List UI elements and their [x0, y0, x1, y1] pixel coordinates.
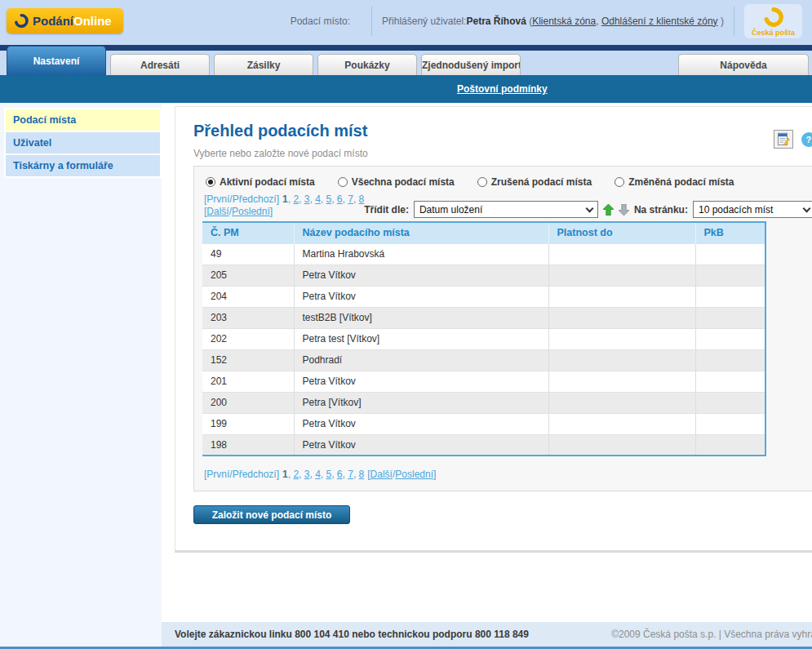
col-header-cpm: Č. PM — [202, 222, 294, 243]
support-phone-text: Volejte zákaznickou linku 800 104 410 ne… — [175, 629, 529, 640]
sidebar-item-uzivatel[interactable]: Uživatel — [6, 132, 160, 153]
table-row[interactable]: 198Petra Vítkov — [202, 434, 765, 456]
sidebar-item-tiskarny[interactable]: Tiskárny a formuláře — [6, 155, 160, 176]
cell-pkb — [695, 307, 765, 328]
postal-horn-icon — [13, 13, 29, 29]
logo-text: PodáníOnline — [33, 14, 112, 28]
filter-panel: Aktivní podací místa Všechna podací míst… — [193, 166, 812, 491]
client-zone-link[interactable]: Klientská zóna — [532, 16, 596, 27]
create-new-place-button[interactable]: Založit nové podací místo — [193, 505, 350, 524]
podani-online-logo[interactable]: PodáníOnline — [7, 8, 123, 33]
link-posledni[interactable]: Poslední — [232, 206, 270, 217]
page-link[interactable]: 8 — [359, 469, 365, 480]
bracket: ] — [270, 206, 273, 217]
print-button[interactable] — [774, 130, 793, 149]
pagination-next-last: [Další/Poslední] — [367, 469, 436, 480]
cell-pm: 203 — [202, 307, 294, 328]
per-page-select[interactable]: 10 podacích míst — [693, 201, 812, 218]
table-row[interactable]: 202Petra test [Vítkov] — [202, 328, 765, 349]
sort-controls: Třídit dle: Datum uložení Na stránku: — [364, 201, 812, 218]
sort-asc-icon[interactable] — [603, 204, 614, 216]
cell-platnost — [548, 307, 695, 328]
cell-pkb — [695, 286, 765, 307]
tab-zasilky[interactable]: Zásilky — [214, 54, 313, 75]
sidebar-item-podaci-mista[interactable]: Podací místa — [6, 109, 160, 131]
sort-select[interactable]: Datum uložení — [414, 201, 598, 218]
tab-zjednoduseny-import[interactable]: Zjednodušený import — [421, 54, 521, 75]
content-card: Přehled podacích míst ? Vyberte nebo zal… — [175, 106, 812, 553]
cell-platnost — [548, 286, 695, 307]
pagination-line2: [Další/Poslední] — [204, 206, 364, 218]
subnav-bar: Poštovní podmínky — [0, 75, 812, 103]
cell-platnost — [548, 264, 695, 286]
cell-pkb — [695, 413, 765, 434]
postal-horn-icon — [762, 7, 783, 28]
page-link[interactable]: 6 — [337, 469, 348, 480]
table-row[interactable]: 205Petra Vítkov — [202, 264, 765, 286]
link-dalsi[interactable]: Další — [206, 206, 229, 217]
page-link[interactable]: 7 — [348, 469, 358, 480]
radio-zrusena-podaci-mista[interactable]: Zrušená podací místa — [477, 176, 592, 188]
pagination-line1: [První/Předchozí]12345678 — [204, 193, 364, 206]
page-link[interactable]: 5 — [326, 193, 336, 205]
sort-label: Třídit dle: — [364, 204, 409, 216]
user-name: Petra Říhová — [466, 16, 526, 27]
table-row[interactable]: 201Petra Vítkov — [202, 371, 765, 392]
cell-pkb — [695, 243, 765, 264]
logo-podani: Podání — [33, 14, 73, 28]
tab-adresati[interactable]: Adresáti — [110, 54, 210, 75]
cell-pm: 199 — [202, 413, 294, 434]
card-icons: ? — [774, 130, 812, 149]
podaci-mista-table: Č. PM Název podacího místa Platnost do P… — [202, 221, 766, 456]
header-divider — [371, 7, 372, 36]
link-posledni[interactable]: Poslední — [395, 469, 433, 480]
page-link[interactable]: 4 — [315, 193, 326, 205]
cell-platnost — [548, 243, 695, 264]
page-links: 12345678 — [282, 469, 364, 480]
page-link[interactable]: 2 — [293, 193, 304, 205]
paren-close: ) — [718, 16, 724, 27]
page-link[interactable]: 4 — [315, 469, 326, 480]
cell-platnost — [548, 328, 695, 349]
per-page-select-value: 10 podacích míst — [699, 204, 773, 216]
help-icon[interactable]: ? — [801, 132, 812, 147]
table-row[interactable]: 200Petra [Vítkov] — [202, 392, 765, 413]
page-link[interactable]: 2 — [293, 469, 304, 480]
logout-link[interactable]: Odhlášení z klientské zóny — [601, 16, 718, 27]
page-link[interactable]: 5 — [326, 469, 336, 480]
cell-name: Petra Vítkov — [294, 434, 548, 456]
radio-label: Zrušená podací místa — [491, 176, 592, 188]
table-row[interactable]: 199Petra Vítkov — [202, 413, 765, 434]
link-dalsi[interactable]: Další — [371, 469, 393, 480]
page-link[interactable]: 7 — [348, 193, 358, 205]
controls-row: [První/Předchozí]12345678 [Další/Posledn… — [202, 193, 812, 218]
page-link[interactable]: 8 — [359, 193, 365, 205]
radio-zmenena-podaci-mista[interactable]: Změněná podací místa — [615, 176, 734, 188]
page-link[interactable]: 3 — [304, 469, 315, 480]
logged-user-text: Přihlášený uživatel:Petra Říhová (Klient… — [382, 16, 724, 27]
per-page-label: Na stránku: — [634, 204, 688, 216]
page-link[interactable]: 3 — [304, 193, 315, 205]
pagination-top: [První/Předchozí]12345678 [Další/Posledn… — [204, 193, 364, 218]
radio-vsechna-podaci-mista[interactable]: Všechna podací místa — [338, 176, 455, 188]
postovni-podminky-link[interactable]: Poštovní podmínky — [457, 83, 548, 95]
radio-button-icon[interactable] — [206, 177, 215, 187]
left-column: Podací místa Uživatel Tiskárny a formulá… — [0, 103, 162, 649]
cell-pm: 205 — [202, 264, 294, 286]
table-row[interactable]: 203testB2B [Vítkov] — [202, 307, 765, 328]
side-menu: Podací místa Uživatel Tiskárny a formulá… — [4, 108, 162, 178]
tab-napoveda[interactable]: Nápověda — [678, 54, 809, 75]
radio-button-icon[interactable] — [477, 177, 487, 187]
table-row[interactable]: 204Petra Vítkov — [202, 286, 765, 307]
radio-button-icon[interactable] — [338, 177, 348, 187]
table-row[interactable]: 152Podhradí — [202, 349, 765, 371]
page-link[interactable]: 6 — [337, 193, 348, 205]
radio-button-icon[interactable] — [615, 177, 624, 187]
tab-poukazky[interactable]: Poukázky — [317, 54, 417, 75]
comma: , — [596, 16, 601, 27]
radio-aktivni-podaci-mista[interactable]: Aktivní podací místa — [206, 176, 315, 188]
cell-platnost — [548, 371, 695, 392]
sort-desc-icon[interactable] — [619, 204, 629, 216]
table-row[interactable]: 49Martina Hrabovská — [202, 243, 765, 264]
tab-nastaveni[interactable]: Nastavení — [7, 46, 106, 75]
